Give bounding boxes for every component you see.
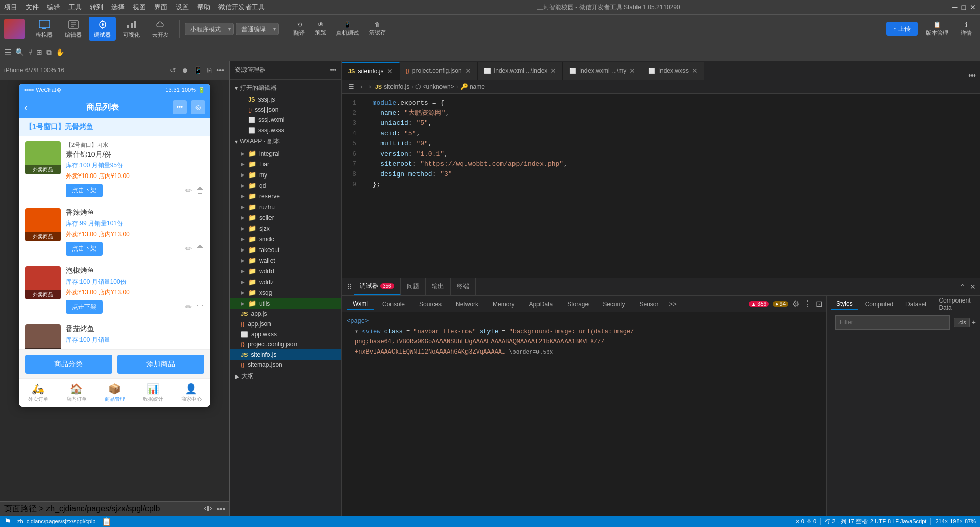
avatar[interactable] [4,19,24,39]
split-icon[interactable]: ⧉ [46,48,52,57]
version-mgmt-btn[interactable]: 📋 版本管理 [922,20,952,38]
visualize-btn[interactable]: 可视化 [118,17,145,41]
compile-select[interactable]: 普通编译 [236,23,279,35]
tree-file-sssj-js[interactable]: JS sssj.js [230,94,341,105]
delete-icon[interactable]: 🗑 [196,244,204,254]
tree-folder-reserve[interactable]: ▶ 📁 reserve [230,191,341,202]
close-devtools-icon[interactable]: ✕ [970,283,976,291]
editor-btn[interactable]: 编辑器 [60,17,87,41]
edit-icon[interactable]: ✏ [185,186,192,195]
edit-icon[interactable]: ✏ [185,302,192,312]
tree-file-appjs[interactable]: JS app.js [230,309,341,319]
devtools-drag-icon[interactable]: ⠿ [347,283,352,291]
tab-siteinfo-js[interactable]: JS siteinfo.js ✕ [342,62,400,80]
tree-file-sssj-wxml[interactable]: ⬜ sssj.wxml [230,115,341,125]
tree-folder-my[interactable]: ▶ 📁 my [230,169,341,180]
tab-close-btn[interactable]: ✕ [465,67,471,75]
menu-item[interactable]: 转到 [90,3,103,12]
details-btn[interactable]: ℹ 详情 [957,20,976,38]
cache-clear-btn[interactable]: 🗑 清缓存 [365,20,390,37]
category-btn[interactable]: 商品分类 [25,355,112,374]
refresh-icon[interactable]: ↺ [169,65,177,76]
forward-nav-icon[interactable]: › [366,82,373,91]
delete-icon[interactable]: 🗑 [196,186,204,195]
outline-section[interactable]: ▶ 大纲 [230,370,341,383]
add-product-btn[interactable]: 添加商品 [117,355,205,374]
search-icon[interactable]: 🔍 [15,48,24,56]
add-style-icon[interactable]: + [972,318,976,327]
tree-folder-xsqg[interactable]: ▶ 📁 xsqg [230,287,341,298]
tab-terminal[interactable]: 终端 [451,278,476,295]
tree-file-siteinfo[interactable]: JS siteinfo.js [230,349,341,360]
tree-folder-utils[interactable]: ▶ 📁 utils [230,298,341,309]
more-icon[interactable]: ••• [216,505,225,514]
tree-folder-sjzx[interactable]: ▶ 📁 sjzx [230,223,341,234]
nav-data-stats[interactable]: 📊 数据统计 [134,379,172,407]
settings-icon[interactable]: ⚙ [792,299,799,309]
tree-file-appjson[interactable]: {} app.json [230,319,341,329]
grid-icon[interactable]: ⊞ [36,48,42,56]
menu-item[interactable]: 选择 [111,3,125,12]
tree-file-project-config[interactable]: {} project.config.json [230,339,341,349]
security-tab[interactable]: Security [597,298,631,310]
menu-item[interactable]: 帮助 [197,3,210,12]
menu-item[interactable]: 界面 [154,3,167,12]
wxml-tab[interactable]: Wxml [347,298,374,310]
storage-tab[interactable]: Storage [561,298,595,310]
tab-debugger[interactable]: 调试器 356 [354,278,401,295]
styles-tab[interactable]: Styles [831,298,858,310]
menu-item[interactable]: 文件 [26,3,39,12]
tab-index-wxss[interactable]: ⬜ index.wxss ✕ [642,62,704,80]
copy-icon[interactable]: ⎘ [206,65,212,76]
sensor-tab[interactable]: Sensor [633,298,665,310]
tree-folder-liar[interactable]: ▶ 📁 Liar [230,159,341,169]
tree-folder-takeout[interactable]: ▶ 📁 takeout [230,244,341,255]
computed-tab[interactable]: Computed [860,298,898,310]
mode-select[interactable]: 小程序模式 [185,23,234,35]
sidebar-toggle-icon[interactable]: ☰ [4,47,11,57]
hand-icon[interactable]: ✋ [56,48,64,56]
upload-btn[interactable]: ↑ 上传 [886,22,918,36]
menu-item[interactable]: 设置 [176,3,189,12]
tab-close-btn[interactable]: ✕ [692,67,698,75]
sources-tab[interactable]: Sources [413,298,448,310]
tree-folder-wallet[interactable]: ▶ 📁 wallet [230,255,341,266]
tab-index-wxml-my[interactable]: ⬜ index.wxml ...\my ✕ [563,62,642,80]
cls-button[interactable]: .cls [954,318,970,327]
component-data-tab[interactable]: Component Data [934,296,976,313]
git-icon[interactable]: ⑂ [28,48,32,56]
close-icon[interactable]: ✕ [970,3,976,11]
menu-item[interactable]: 工具 [68,3,82,12]
wxapp-section[interactable]: ▾ WXAPP - 副本 [230,135,341,148]
sidebar-toggle-icon[interactable]: ☰ [346,82,356,91]
qr-btn[interactable]: ◎ [191,100,205,114]
translate-btn[interactable]: ⟲ 翻译 [289,20,309,38]
takeoff-btn[interactable]: 点击下架 [66,300,103,314]
expand-icon[interactable]: ⌃ [960,283,966,291]
menu-item[interactable]: 项目 [4,3,17,12]
tree-file-sssj-wxss[interactable]: ⬜ sssj.wxss [230,125,341,135]
tab-more[interactable]: ••• [964,71,980,80]
nav-shop-order[interactable]: 🏠 店内订单 [57,379,95,407]
tab-close-btn[interactable]: ✕ [629,67,635,75]
minimize-icon[interactable]: ─ [952,3,958,11]
maximize-icon[interactable]: □ [962,3,966,11]
code-editor[interactable]: 1 module.exports = { 2 name: "大鹏资源网", 3 … [342,94,980,278]
status-nav-icon[interactable]: ⚑ [4,517,11,526]
record-icon[interactable]: ⏺ [180,65,189,76]
menu-item[interactable]: 视图 [133,3,146,12]
nav-delivery-order[interactable]: 🛵 外卖订单 [19,379,57,407]
nav-merchant-center[interactable]: 👤 商家中心 [172,379,210,407]
debugger-btn[interactable]: 调试器 [89,17,116,41]
file-tree-more[interactable]: ••• [330,67,336,74]
tab-project-config[interactable]: {} project.config.json ✕ [400,62,478,80]
tree-file-sitemap[interactable]: {} sitemap.json [230,360,341,370]
tree-folder-smdc[interactable]: ▶ 📁 smdc [230,234,341,244]
more-icon[interactable]: ⋮ [803,299,812,309]
tab-close-btn[interactable]: ✕ [387,67,393,76]
menu-item[interactable]: 微信开发者工具 [218,3,265,12]
tree-folder-qd[interactable]: ▶ 📁 qd [230,180,341,191]
nav-product-mgmt[interactable]: 📦 商品管理 [95,379,134,407]
tab-close-btn[interactable]: ✕ [550,67,556,75]
tab-output[interactable]: 输出 [426,278,451,295]
